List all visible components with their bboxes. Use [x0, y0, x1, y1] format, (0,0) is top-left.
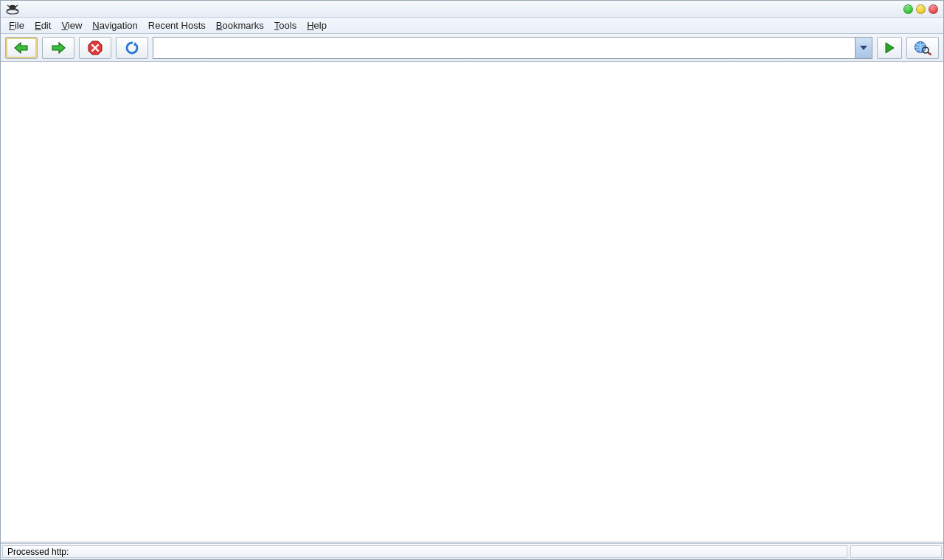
go-button[interactable]: [877, 37, 902, 59]
menu-file[interactable]: File: [4, 18, 30, 33]
address-group: [153, 37, 872, 59]
back-button[interactable]: [5, 37, 38, 59]
menu-help[interactable]: Help: [302, 18, 332, 33]
address-dropdown-button[interactable]: [855, 37, 872, 59]
maximize-button[interactable]: [916, 4, 926, 14]
svg-point-10: [929, 52, 931, 55]
menu-edit[interactable]: Edit: [30, 18, 56, 33]
menu-navigation[interactable]: Navigation: [87, 18, 142, 33]
web-search-button[interactable]: [906, 37, 939, 59]
chevron-down-icon: [860, 46, 867, 50]
menu-view[interactable]: View: [56, 18, 87, 33]
toolbar: [1, 34, 943, 62]
app-icon: [5, 2, 20, 15]
address-input[interactable]: [153, 37, 855, 59]
forward-button[interactable]: [42, 37, 74, 59]
stop-icon: [88, 41, 103, 55]
reload-button[interactable]: [116, 37, 148, 59]
content-area: [1, 62, 943, 542]
menu-recent-hosts[interactable]: Recent Hosts: [143, 18, 211, 33]
window-controls: [903, 4, 938, 14]
arrow-left-icon: [13, 41, 30, 55]
app-window: File Edit View Navigation Recent Hosts B…: [0, 0, 944, 560]
title-bar: [1, 1, 943, 18]
menu-tools[interactable]: Tools: [269, 18, 302, 33]
status-bar: Processed http:: [1, 543, 943, 559]
svg-point-0: [7, 10, 18, 14]
play-icon: [884, 42, 895, 54]
menu-bar: File Edit View Navigation Recent Hosts B…: [1, 18, 943, 34]
status-progress-cell: [850, 545, 942, 558]
globe-search-icon: [914, 41, 931, 55]
status-text: Processed http:: [2, 545, 847, 558]
reload-icon: [125, 41, 139, 55]
minimize-button[interactable]: [903, 4, 913, 14]
menu-bookmarks[interactable]: Bookmarks: [211, 18, 269, 33]
arrow-right-icon: [50, 41, 66, 55]
close-button[interactable]: [929, 4, 938, 14]
stop-button[interactable]: [79, 37, 111, 59]
